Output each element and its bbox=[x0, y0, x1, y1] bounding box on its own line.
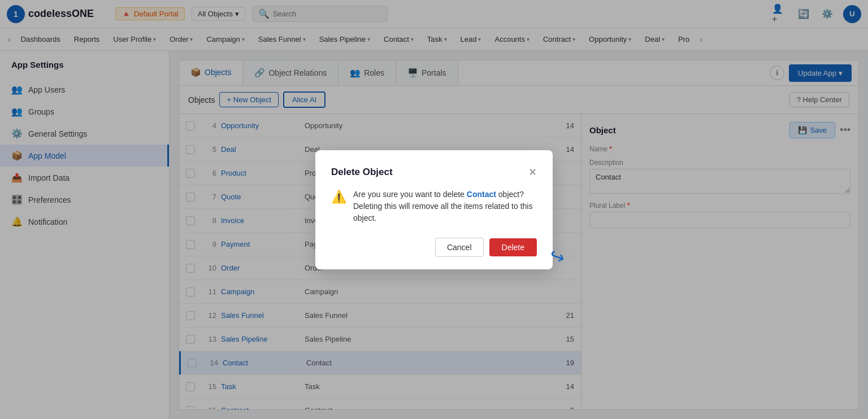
modal-footer: Cancel Delete ↩ bbox=[331, 238, 537, 257]
delete-button[interactable]: Delete bbox=[489, 238, 537, 256]
cancel-button[interactable]: Cancel bbox=[435, 238, 484, 257]
modal-close-button[interactable]: ✕ bbox=[528, 166, 537, 178]
arrow-indicator: ↩ bbox=[546, 243, 568, 269]
modal-link-contact: Contact bbox=[467, 190, 496, 199]
warning-icon: ⚠️ bbox=[331, 190, 346, 224]
modal-sub-text: Deleting this will remove all the items … bbox=[353, 202, 532, 222]
modal-header: Delete Object ✕ bbox=[331, 166, 537, 178]
modal-title: Delete Object bbox=[331, 167, 393, 178]
delete-object-modal: Delete Object ✕ ⚠️ Are you sure you want… bbox=[315, 150, 553, 269]
modal-text: Are you sure you want to delete Contact … bbox=[353, 189, 537, 224]
modal-body: ⚠️ Are you sure you want to delete Conta… bbox=[331, 189, 537, 224]
modal-overlay: Delete Object ✕ ⚠️ Are you sure you want… bbox=[0, 0, 868, 419]
